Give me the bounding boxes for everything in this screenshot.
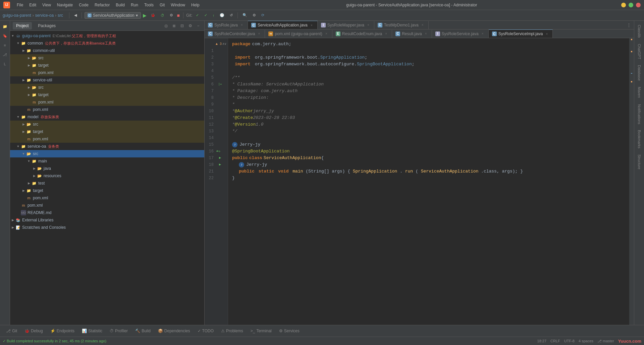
breadcrumb-root[interactable]: guigu-oa-parent (3, 13, 31, 18)
bottom-tab-statistic[interactable]: 📊 Statistic (78, 327, 106, 335)
tab-sysrole-service[interactable]: I SysRoleService.java × (432, 30, 489, 38)
bottom-tab-debug[interactable]: 🐞 Debug (21, 327, 46, 335)
right-rail-chatgpt[interactable]: ChatGPT (636, 41, 643, 62)
breadcrumb-src[interactable]: src (58, 13, 63, 18)
panel-close-button[interactable]: − (195, 22, 202, 29)
right-rail-bookmarks[interactable]: Bookmarks (636, 127, 643, 151)
git-checkmark-button[interactable]: ✓ (194, 12, 201, 18)
tab-sysrole-mapper[interactable]: I SysRoleMapper.java × (318, 21, 374, 29)
tab-sysrole-ctrl[interactable]: C SysRoleController.java × (205, 30, 265, 38)
menu-run[interactable]: Run (128, 2, 141, 8)
git-push-button[interactable]: ↑ (211, 13, 217, 18)
right-rail-notifications[interactable]: Notifications (636, 101, 643, 127)
panel-settings-button[interactable]: ⚙ (187, 22, 194, 29)
breadcrumb-module[interactable]: service-oa (35, 13, 54, 18)
tree-item-oa-pom[interactable]: ▶ m pom.xml (10, 194, 204, 202)
tab-pom[interactable]: m pom.xml (guigu-oa-parent) × (265, 30, 332, 38)
bottom-tab-build[interactable]: 🔨 Build (132, 327, 154, 335)
tab-menu-button[interactable]: ⋮ (624, 22, 634, 28)
locate-file-button[interactable]: ◎ (163, 22, 169, 29)
tree-item-scratches[interactable]: ▶ 📝 Scratches and Consoles (10, 224, 204, 231)
menu-tools[interactable]: Tools (142, 2, 156, 8)
git-check2-button[interactable]: ✓ (202, 12, 209, 18)
menu-build[interactable]: Build (113, 2, 127, 8)
leetcode-rail-icon[interactable]: L (1, 60, 9, 68)
git-history-button[interactable]: 🕐 (218, 12, 226, 18)
collapse-button[interactable]: ⊟ (179, 22, 185, 29)
more-run-button[interactable]: ⚙ (168, 12, 175, 18)
status-indent[interactable]: 4 spaces (579, 339, 593, 344)
tree-item-readme[interactable]: ▶ MD README.md (10, 209, 204, 216)
tab-packages[interactable]: Packages (35, 22, 59, 29)
bottom-tab-profiler[interactable]: ⏱ Profiler (106, 327, 131, 335)
right-rail-structure[interactable]: Structure (636, 152, 643, 172)
code-content-area[interactable]: package com.jerry.auth; import org.sprin… (228, 38, 629, 325)
bottom-tab-todo[interactable]: ✓ TODO (194, 327, 217, 335)
run-button[interactable]: ▶ (142, 12, 147, 19)
tree-item-cu-pom[interactable]: ▶ m pom.xml (10, 69, 204, 76)
right-rail-classlib[interactable]: Classlib (636, 22, 643, 41)
tab-close-result[interactable]: × (424, 31, 428, 36)
menu-file[interactable]: File (14, 2, 26, 8)
tab-close-service-auth[interactable]: × (309, 23, 314, 27)
tree-item-su-pom[interactable]: ▶ m pom.xml (10, 98, 204, 106)
stop-button[interactable]: ■ (176, 12, 180, 19)
tree-item-service-util[interactable]: ▶ 📁 service-util (10, 76, 204, 84)
structure-rail-icon[interactable]: ≡ (1, 41, 9, 50)
tab-result[interactable]: C Result.java × (392, 30, 432, 38)
settings-button[interactable]: ⚙ (251, 12, 258, 18)
minimize-button[interactable]: − (621, 3, 626, 7)
bottom-tab-services[interactable]: ⚙ Services (276, 327, 303, 335)
tree-item-resources[interactable]: ▶ 📂 resources (10, 172, 204, 180)
tab-close-sysrole-impl[interactable]: × (544, 31, 549, 36)
maximize-button[interactable]: □ (629, 3, 633, 7)
bottom-tab-problems[interactable]: ⚠ Problems (218, 327, 247, 335)
tree-item-main[interactable]: ▼ 📁 main (10, 157, 204, 165)
tree-item-oa-target[interactable]: ▶ 📁 target (10, 187, 204, 194)
menu-view[interactable]: View (40, 2, 54, 8)
menu-code[interactable]: Code (76, 2, 91, 8)
tree-item-service-oa-src[interactable]: ▼ 📂 src (10, 150, 204, 157)
commit-rail-icon[interactable]: ⎇ (1, 50, 9, 59)
tab-close-testmp[interactable]: × (420, 23, 425, 27)
tree-item-service-oa[interactable]: ▼ 📁 service-oa 业务类 (10, 143, 204, 150)
status-line-ending[interactable]: CRLF (550, 339, 560, 344)
status-branch[interactable]: ⎇ master (597, 339, 614, 344)
tab-testmp[interactable]: C TestMpDemo1.java × (374, 21, 429, 29)
tab-service-auth[interactable]: C ServiceAuthApplication.java × (248, 21, 318, 29)
menu-refactor[interactable]: Refactor (92, 2, 112, 8)
close-button[interactable]: × (636, 3, 641, 7)
tree-item-model-target[interactable]: ▶ 📁 target (10, 128, 204, 135)
tree-item-common-util[interactable]: ▶ 📁 common-util (10, 47, 204, 54)
debug-button[interactable]: 🐞 (149, 12, 157, 18)
updates-button[interactable]: ⟳ (259, 12, 266, 18)
menu-edit[interactable]: Edit (26, 2, 39, 8)
tree-item-common-util-src[interactable]: ▶ 📂 src (10, 54, 204, 62)
tab-sysrole[interactable]: C SysRole.java × (205, 21, 248, 29)
tree-item-java[interactable]: ▶ 📂 java (10, 165, 204, 172)
tree-item-su-src[interactable]: ▶ 📂 src (10, 84, 204, 91)
status-encoding[interactable]: UTF-8 (564, 339, 575, 344)
tree-item-model-src[interactable]: ▶ 📂 src (10, 121, 204, 128)
tree-item-common-util-target[interactable]: ▶ 📁 target (10, 62, 204, 69)
bottom-tab-terminal[interactable]: >_ Terminal (247, 327, 275, 335)
bottom-tab-git[interactable]: ⎇ Git (3, 327, 20, 335)
tree-item-test[interactable]: ▶ 📁 test (10, 180, 204, 187)
tree-item-model[interactable]: ▼ 📁 model 存放实体类 (10, 113, 204, 121)
expand-button[interactable]: ≣ (171, 22, 177, 29)
bottom-tab-dependencies[interactable]: 📦 Dependencies (155, 327, 194, 335)
tree-item-root-pom[interactable]: ▶ m pom.xml (10, 202, 204, 209)
run-configuration[interactable]: C ServiceAuthApplication ▾ (85, 12, 141, 19)
coverage-button[interactable]: ⏱ (159, 13, 166, 18)
right-rail-maven[interactable]: Maven (636, 84, 643, 100)
tree-item-ext-libs[interactable]: ▶ 📚 External Libraries (10, 216, 204, 224)
menu-navigate[interactable]: Navigate (54, 2, 75, 8)
tab-close-result-code[interactable]: × (384, 31, 388, 36)
tree-item-common-pom[interactable]: ▶ m pom.xml (10, 106, 204, 113)
menu-help[interactable]: Help (189, 2, 202, 8)
menu-window[interactable]: Window (168, 2, 188, 8)
tab-close-sysrole[interactable]: × (239, 23, 244, 27)
tree-item-su-target[interactable]: ▶ 📁 target (10, 91, 204, 98)
tab-close-ctrl[interactable]: × (257, 31, 261, 36)
menu-git[interactable]: Git (157, 2, 167, 8)
